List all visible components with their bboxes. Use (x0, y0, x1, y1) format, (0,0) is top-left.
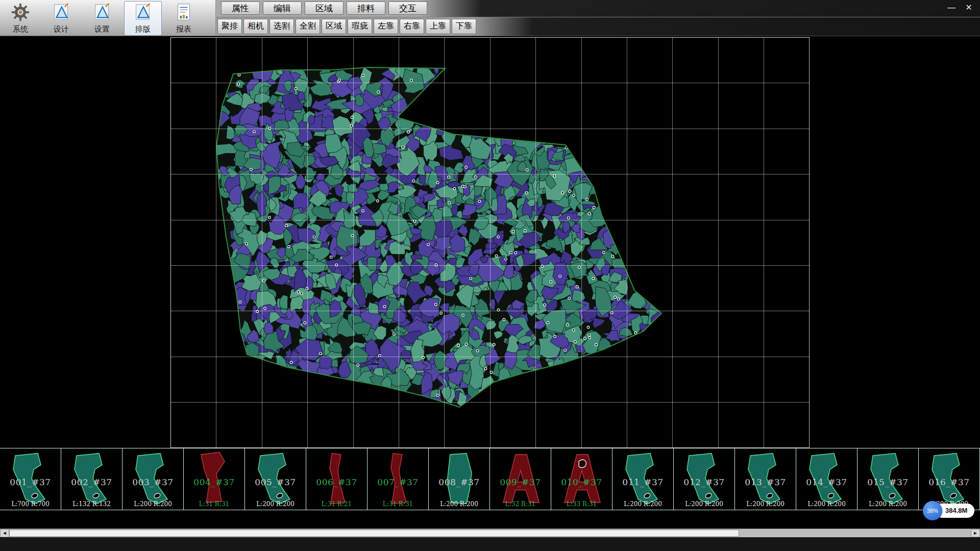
part-lr-count: L:32 R:31 (490, 500, 551, 508)
part-lr-count: L:33 R:31 (551, 500, 612, 508)
part-lr-count: L:200 R:200 (857, 500, 918, 508)
part-thumbnail[interactable]: 007_#37L:31 R:31 (368, 448, 429, 510)
settings-icon (92, 2, 112, 24)
nav-item-label: 报表 (176, 24, 191, 34)
part-thumbnail[interactable]: 001_#37L:700 R:700 (0, 448, 61, 510)
top-toolbar: 系统 设计 设置 排版 报表 属性编辑区域排料交互 聚排相机选割全割区域瑕疵左靠… (0, 0, 980, 36)
tool-button-6[interactable]: 左靠 (374, 19, 398, 34)
part-id-label: 004_#37 (184, 477, 244, 487)
report-icon (174, 2, 193, 24)
part-thumbnail[interactable]: 013_#37L:200 R:200 (735, 448, 796, 510)
nav-item-gear[interactable]: 系统 (2, 1, 39, 36)
tool-button-3[interactable]: 全割 (296, 19, 320, 34)
part-id-label: 011_#37 (612, 477, 673, 487)
part-thumbnail[interactable]: 003_#37L:200 R:200 (122, 448, 184, 510)
menu-rows: 属性编辑区域排料交互 聚排相机选割全割区域瑕疵左靠右靠上靠下靠 — ✕ (216, 0, 980, 36)
part-thumbnail[interactable]: 006_#37L:31 R:21 (306, 448, 368, 510)
scroll-right-arrow[interactable]: ► (971, 529, 980, 537)
part-lr-count: L:200 R:200 (612, 500, 673, 508)
menu-tab-3[interactable]: 排料 (347, 2, 385, 15)
nav-item-report[interactable]: 报表 (165, 1, 203, 36)
horizontal-scrollbar[interactable]: ◄ ► (0, 529, 980, 537)
part-thumbnail[interactable]: 010_#37L:33 R:31 (551, 448, 612, 510)
parts-thumbnail-strip: 001_#37L:700 R:700002_#37L:132 R:132003_… (0, 448, 980, 510)
part-lr-count: L:200 R:200 (429, 500, 489, 508)
close-button[interactable]: ✕ (963, 2, 975, 13)
part-id-label: 005_#37 (245, 477, 306, 487)
part-id-label: 016_#37 (919, 477, 979, 487)
part-id-label: 001_#37 (0, 477, 61, 487)
part-thumbnail[interactable]: 014_#37L:200 R:200 (796, 448, 857, 510)
design-icon (52, 2, 71, 24)
menu-tab-1[interactable]: 编辑 (263, 2, 302, 15)
scroll-left-arrow[interactable]: ◄ (0, 529, 9, 537)
tool-button-4[interactable]: 区域 (322, 19, 346, 34)
tool-button-1[interactable]: 相机 (243, 19, 268, 34)
part-lr-count: L:132 R:132 (61, 500, 122, 508)
tool-button-7[interactable]: 右靠 (400, 19, 424, 34)
part-id-label: 013_#37 (735, 477, 796, 487)
part-lr-count: L:200 R:200 (674, 500, 734, 508)
part-lr-count: L:200 R:200 (796, 500, 857, 508)
tool-button-5[interactable]: 瑕疵 (348, 19, 372, 34)
part-thumbnail[interactable]: 015_#37L:200 R:200 (857, 448, 919, 510)
part-thumbnail[interactable]: 005_#37L:200 R:200 (245, 448, 306, 510)
tool-button-8[interactable]: 上靠 (426, 19, 450, 34)
part-lr-count: L:200 R:200 (122, 500, 183, 508)
part-id-label: 002_#37 (61, 477, 122, 487)
part-id-label: 015_#37 (857, 477, 918, 487)
part-lr-count: L:200 R:200 (735, 500, 796, 508)
progress-circle: 38% (923, 501, 942, 520)
tool-button-row: 聚排相机选割全割区域瑕疵左靠右靠上靠下靠 (216, 17, 980, 36)
application-window: 系统 设计 设置 排版 报表 属性编辑区域排料交互 聚排相机选割全割区域瑕疵左靠… (0, 0, 980, 551)
gear-icon (11, 2, 30, 24)
tool-button-0[interactable]: 聚排 (217, 19, 242, 34)
nav-item-label: 设置 (94, 24, 110, 34)
window-controls: — ✕ (945, 2, 975, 13)
status-badge: 38% 384.8M (923, 501, 974, 520)
part-id-label: 010_#37 (551, 477, 612, 487)
part-thumbnail[interactable]: 008_#37L:200 R:200 (429, 448, 490, 510)
layout-icon (133, 2, 153, 24)
nav-item-design[interactable]: 设计 (42, 1, 80, 36)
part-thumbnail[interactable]: 011_#37L:200 R:200 (612, 448, 674, 510)
part-id-label: 014_#37 (796, 477, 857, 487)
nav-item-label: 排版 (135, 24, 151, 34)
menu-tab-row: 属性编辑区域排料交互 (216, 0, 980, 17)
part-thumbnail[interactable]: 016_#37L:200 R:200 (919, 448, 980, 510)
part-thumbnail[interactable]: 004_#37L:31 R:31 (184, 448, 245, 510)
part-lr-count: L:31 R:21 (306, 500, 367, 508)
part-thumbnail[interactable]: 009_#37L:32 R:31 (490, 448, 551, 510)
part-id-label: 006_#37 (306, 477, 367, 487)
menu-tab-4[interactable]: 交互 (388, 2, 427, 15)
nav-item-label: 设计 (54, 24, 69, 34)
nesting-canvas[interactable] (170, 37, 810, 448)
part-id-label: 008_#37 (429, 477, 489, 487)
part-thumbnail[interactable]: 012_#37L:200 R:200 (674, 448, 735, 510)
part-id-label: 009_#37 (490, 477, 551, 487)
part-lr-count: L:31 R:31 (368, 500, 428, 508)
menu-tab-2[interactable]: 区域 (305, 2, 344, 15)
minimize-button[interactable]: — (945, 2, 958, 13)
scrollbar-thumb[interactable] (9, 530, 739, 537)
nav-item-settings[interactable]: 设置 (83, 1, 121, 36)
part-lr-count: L:200 R:200 (245, 500, 306, 508)
nav-item-layout[interactable]: 排版 (124, 1, 162, 36)
tool-button-9[interactable]: 下靠 (452, 19, 476, 34)
menu-tab-0[interactable]: 属性 (221, 2, 260, 15)
bottom-filler (0, 537, 980, 551)
main-nav-block: 系统 设计 设置 排版 报表 (0, 0, 216, 36)
part-thumbnail[interactable]: 002_#37L:132 R:132 (61, 448, 122, 510)
part-id-label: 007_#37 (368, 477, 428, 487)
part-lr-count: L:31 R:31 (184, 500, 244, 508)
part-id-label: 012_#37 (674, 477, 734, 487)
part-id-label: 003_#37 (122, 477, 183, 487)
nav-item-label: 系统 (13, 24, 28, 34)
tool-button-2[interactable]: 选割 (270, 19, 294, 34)
part-lr-count: L:700 R:700 (0, 500, 61, 508)
